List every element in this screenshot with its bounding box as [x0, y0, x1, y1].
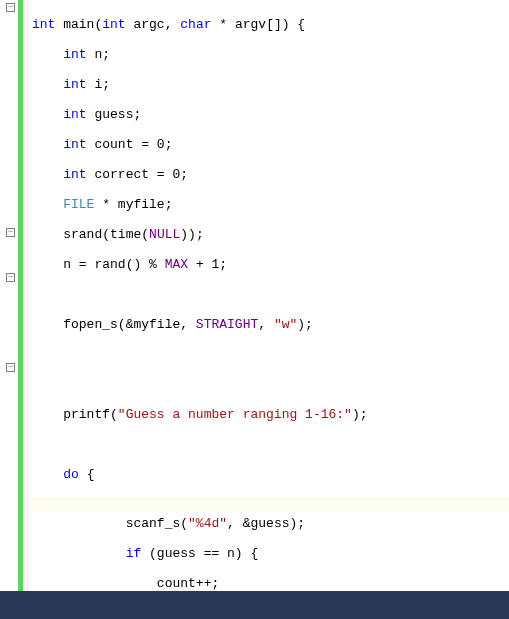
code-content[interactable]: int main(int argc, char * argv[]) { int …	[28, 0, 509, 591]
code-editor[interactable]: − − − − int main(int argc, char * argv[]…	[0, 0, 509, 591]
code-line: printf("Guess a number ranging 1-16:");	[32, 407, 509, 422]
code-line: int count = 0;	[32, 137, 509, 152]
code-line	[32, 347, 509, 362]
gutter: − − − −	[0, 0, 28, 591]
code-line: int correct = 0;	[32, 167, 509, 182]
fold-toggle[interactable]: −	[6, 228, 15, 237]
code-line: count++;	[32, 576, 509, 591]
fold-toggle[interactable]: −	[6, 363, 15, 372]
code-line: int i;	[32, 77, 509, 92]
code-line: int main(int argc, char * argv[]) {	[32, 17, 509, 32]
code-line: FILE * myfile;	[32, 197, 509, 212]
code-line: int guess;	[32, 107, 509, 122]
code-line: n = rand() % MAX + 1;	[32, 257, 509, 272]
code-line: scanf_s("%4d", &guess);	[32, 516, 509, 531]
fold-toggle[interactable]: −	[6, 273, 15, 282]
current-line	[32, 497, 509, 512]
code-line: int n;	[32, 47, 509, 62]
code-line	[32, 437, 509, 452]
fold-toggle[interactable]: −	[6, 3, 15, 12]
code-line: srand(time(NULL));	[32, 227, 509, 242]
code-line	[32, 287, 509, 302]
change-indicator	[18, 0, 23, 591]
code-line: if (guess == n) {	[32, 546, 509, 561]
code-line: do {	[32, 467, 509, 482]
code-line: fopen_s(&myfile, STRAIGHT, "w");	[32, 317, 509, 332]
code-line	[32, 377, 509, 392]
status-bar	[0, 591, 509, 619]
